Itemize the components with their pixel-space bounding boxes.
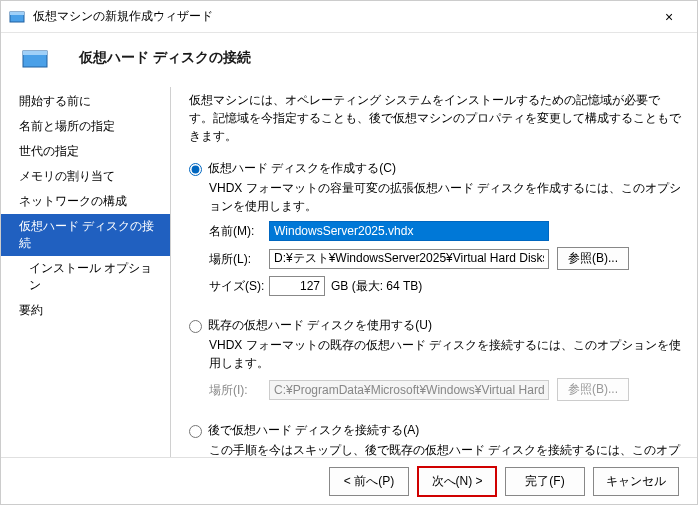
sidebar-item-name-location[interactable]: 名前と場所の指定: [1, 114, 170, 139]
page-title: 仮想ハード ディスクの接続: [79, 49, 251, 67]
option-attach-later-desc: この手順を今はスキップし、後で既存の仮想ハード ディスクを接続するには、このオプ…: [209, 441, 681, 457]
sidebar-item-before-begin[interactable]: 開始する前に: [1, 89, 170, 114]
intro-text: 仮想マシンには、オペレーティング システムをインストールするための記憶域が必要で…: [189, 91, 681, 145]
svg-rect-1: [10, 12, 24, 15]
sidebar-item-summary[interactable]: 要約: [1, 298, 170, 323]
size-input[interactable]: [269, 276, 325, 296]
option-attach-later-label: 後で仮想ハード ディスクを接続する(A): [208, 421, 419, 439]
svg-rect-3: [23, 51, 47, 55]
option-create-vhd-label: 仮想ハード ディスクを作成する(C): [208, 159, 396, 177]
sidebar: 開始する前に 名前と場所の指定 世代の指定 メモリの割り当て ネットワークの構成…: [1, 87, 171, 457]
sidebar-item-network[interactable]: ネットワークの構成: [1, 189, 170, 214]
sidebar-item-install-options[interactable]: インストール オプション: [1, 256, 170, 298]
option-use-existing-vhd[interactable]: 既存の仮想ハード ディスクを使用する(U): [189, 316, 681, 334]
option-create-vhd[interactable]: 仮想ハード ディスクを作成する(C): [189, 159, 681, 177]
size-label: サイズ(S):: [209, 277, 269, 295]
sidebar-item-generation[interactable]: 世代の指定: [1, 139, 170, 164]
window-title: 仮想マシンの新規作成ウィザード: [33, 8, 649, 25]
titlebar: 仮想マシンの新規作成ウィザード ×: [1, 1, 697, 33]
footer: < 前へ(P) 次へ(N) > 完了(F) キャンセル: [1, 457, 697, 505]
finish-button[interactable]: 完了(F): [505, 467, 585, 496]
main-area: 開始する前に 名前と場所の指定 世代の指定 メモリの割り当て ネットワークの構成…: [1, 87, 697, 457]
header-icon: [21, 47, 49, 69]
prev-button[interactable]: < 前へ(P): [329, 467, 409, 496]
existing-location-input: [269, 380, 549, 400]
option-use-existing-desc: VHDX フォーマットの既存の仮想ハード ディスクを接続するには、このオプション…: [209, 336, 681, 372]
sidebar-item-vhd-connect[interactable]: 仮想ハード ディスクの接続: [1, 214, 170, 256]
wizard-header: 仮想ハード ディスクの接続: [1, 33, 697, 87]
radio-create-vhd[interactable]: [189, 163, 202, 176]
close-icon[interactable]: ×: [649, 9, 689, 25]
option-use-existing-label: 既存の仮想ハード ディスクを使用する(U): [208, 316, 432, 334]
size-note: GB (最大: 64 TB): [331, 277, 422, 295]
location-label: 場所(L):: [209, 250, 269, 268]
next-button[interactable]: 次へ(N) >: [417, 466, 497, 497]
option-create-vhd-desc: VHDX フォーマットの容量可変の拡張仮想ハード ディスクを作成するには、このオ…: [209, 179, 681, 215]
name-input[interactable]: [269, 221, 549, 241]
cancel-button[interactable]: キャンセル: [593, 467, 679, 496]
radio-attach-later[interactable]: [189, 425, 202, 438]
sidebar-item-memory[interactable]: メモリの割り当て: [1, 164, 170, 189]
app-icon: [9, 9, 25, 25]
browse-button[interactable]: 参照(B)...: [557, 247, 629, 270]
radio-use-existing-vhd[interactable]: [189, 320, 202, 333]
option-attach-later[interactable]: 後で仮想ハード ディスクを接続する(A): [189, 421, 681, 439]
existing-location-label: 場所(I):: [209, 381, 269, 399]
location-input[interactable]: [269, 249, 549, 269]
name-label: 名前(M):: [209, 222, 269, 240]
existing-browse-button: 参照(B)...: [557, 378, 629, 401]
content-pane: 仮想マシンには、オペレーティング システムをインストールするための記憶域が必要で…: [171, 87, 697, 457]
